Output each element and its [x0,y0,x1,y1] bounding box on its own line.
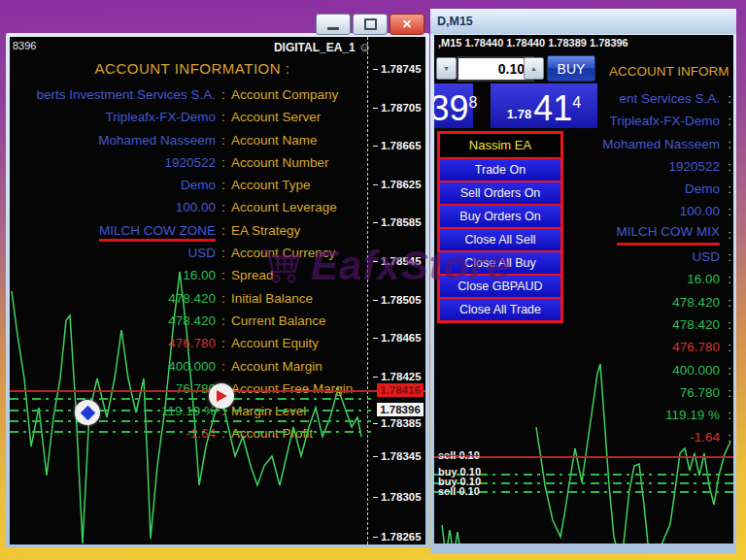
smiley-icon: ☺ [358,40,371,54]
account-value: Tripleafx-FX-Demo [609,110,720,132]
account-value: Tripleafx-FX-Demo [10,106,216,128]
ea-badge: DIGITAL_EA_1 ☺ [274,40,371,54]
minimize-button[interactable] [316,14,351,35]
account-row: 478.420:Current Balance [10,310,375,332]
level-line [10,410,371,412]
tick-mark [373,300,378,301]
ea-badge-label: DIGITAL_EA_1 [274,41,356,54]
separator: : [720,336,731,358]
tick-mark [373,537,378,538]
buy-orders-on-button[interactable]: Buy Orders On [440,204,560,227]
account-value: Mohamed Nasseem [10,129,216,151]
price-tick-label: 1.78745 [381,63,422,75]
price-tick-label: 1.78465 [381,332,422,344]
account-value: Mohamed Nasseem [602,133,720,155]
price-tick: 1.78465 [373,332,422,344]
separator: : [720,313,731,336]
buy-signal-marker [75,400,100,425]
account-row: 476.780:Account Equity [10,332,375,354]
close-all-trade-button[interactable]: Close All Trade [440,297,560,320]
account-value: USD [692,246,720,268]
account-value: berts Investment Services S.A. [10,83,216,106]
tick-mark [373,146,378,147]
account-label: Initial Balance [231,287,313,310]
trade-on-button[interactable]: Trade On [440,157,560,181]
account-value: 16.00 [687,268,720,290]
tick-mark [373,261,378,262]
red-arrow-icon [217,390,227,402]
separator: : [216,196,231,218]
account-value: 400.000 [10,355,216,378]
lot-size-input[interactable] [457,56,534,82]
lot-dropdown-button[interactable]: ▼ [436,57,457,80]
right-window-titlebar[interactable]: D,M15 [430,9,736,34]
price-tick-label: 1.78665 [381,140,422,151]
level-line [10,431,371,433]
price-tick: 1.78745 [373,63,422,75]
tick-mark [373,377,378,378]
account-value-row: 119.19 %: [539,404,731,426]
separator: : [216,422,231,445]
separator: : [216,355,231,378]
close-gbpaud-button[interactable]: Close GBPAUD [440,274,560,297]
account-value: 119.19 % [665,404,720,426]
price-tick-label: 1.78305 [381,491,422,503]
price-tick: 1.78385 [373,417,422,429]
lot-increase-button[interactable]: ▲ [524,57,544,80]
account-value: 476.780 [10,332,216,354]
close-all-buy-button[interactable]: Close All Buy [440,250,560,274]
price-tick: 1.78545 [373,255,422,267]
sell-price-display[interactable]: 39 8 [434,83,473,128]
buy-price-prefix: 1.78 [507,107,531,121]
maximize-icon [364,18,377,30]
minimize-icon [327,27,339,30]
sell-price-pip: 8 [469,95,478,111]
account-label: EA Strategy [231,219,300,242]
account-value-row: Tripleafx-FX-Demo: [539,110,731,132]
left-chart-window: 8396 DIGITAL_EA_1 ☺ ACCOUNT INFORMATION … [10,37,425,544]
price-tick-label: 1.78545 [381,255,422,267]
account-label: Account Company [231,83,338,106]
separator: : [216,83,231,106]
account-value: 478.420 [10,287,216,310]
ea-strategy-value: MILCH COW ZONE [99,222,216,242]
separator: : [720,381,731,404]
maximize-button[interactable] [353,14,388,35]
account-value-row: 478.420: [539,291,731,313]
account-label: Account Type [231,174,311,196]
separator: : [216,106,231,128]
close-button[interactable]: ✕ [390,14,424,35]
price-tick: 1.78505 [373,294,422,306]
account-label: Account Currency [231,242,335,264]
sell-orders-on-button[interactable]: Sell Orders On [440,181,560,204]
separator: : [216,242,231,264]
buy-button[interactable]: BUY [547,55,595,82]
account-value: 478.420 [672,313,720,336]
account-value-row: 100.00: [539,200,731,222]
price-tick: 1.78585 [373,216,422,228]
screenshot-stage: ✕ 8396 DIGITAL_EA_1 ☺ ACCOUNT INFORMATIO… [0,0,746,560]
sell-order-label: sell 0.10 [438,485,480,497]
separator: : [720,87,731,110]
account-value: Demo [685,178,720,200]
level-line [10,420,371,422]
account-row: 1920522:Account Number [10,151,375,174]
price-tick-label: 1.78265 [381,531,422,543]
close-all-sell-button[interactable]: Close All Sell [440,227,560,250]
sell-price-big: 39 [434,89,469,128]
level-line [10,398,371,400]
account-value: -1.64 [690,426,720,448]
ohlc-info-bar: ,M15 1.78440 1.78440 1.78389 1.78396 [438,37,628,49]
account-value-row: ent Services S.A.: [539,87,731,110]
account-value-row: 16.00: [539,268,731,290]
account-label: Account Free Margin [231,378,353,400]
tick-mark [373,108,378,109]
right-window-title: D,M15 [437,15,473,28]
account-label: Account Profit [231,422,313,445]
account-label: Account Margin [231,355,322,378]
tick-mark [373,456,378,457]
account-value: 1920522 [668,155,720,178]
account-row: Demo:Account Type [10,174,375,196]
account-label: Current Balance [231,310,326,332]
account-value-row: 76.780: [539,381,731,404]
